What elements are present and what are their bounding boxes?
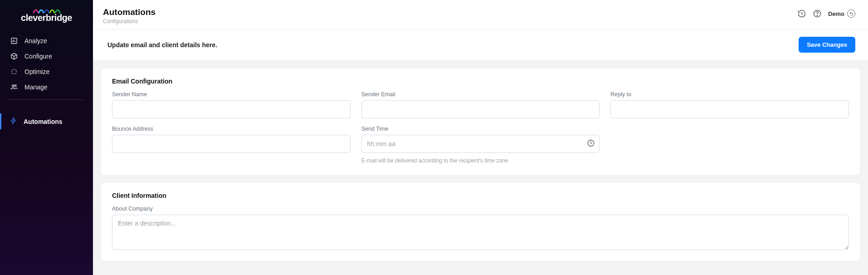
email-config-card: Email Configuration Sender Name Sender E… (101, 69, 860, 175)
undo-icon (847, 10, 855, 18)
sidebar-item-optimize[interactable]: Optimize (0, 64, 93, 79)
main-content: Automations Configurations Demo U (93, 0, 868, 275)
email-config-title: Email Configuration (112, 78, 849, 85)
sidebar-item-automations[interactable]: Automations (1, 113, 93, 129)
bolt-icon (10, 117, 17, 126)
demo-toggle[interactable]: Demo (828, 10, 855, 18)
history-icon[interactable] (797, 9, 806, 18)
users-icon (10, 83, 18, 91)
sender-name-input[interactable] (112, 100, 351, 118)
sidebar: cleverbridge Analyze Configure Optimize (0, 0, 93, 275)
svg-point-4 (817, 15, 817, 16)
sidebar-item-manage[interactable]: Manage (0, 79, 93, 95)
sidebar-nav: Analyze Configure Optimize Manage (0, 31, 93, 95)
sidebar-item-analyze[interactable]: Analyze (0, 33, 93, 49)
sidebar-item-label: Optimize (24, 68, 49, 75)
send-time-helper: E-mail will be delivered according to th… (361, 157, 600, 164)
svg-point-2 (15, 85, 16, 86)
sidebar-item-configure[interactable]: Configure (0, 49, 93, 64)
about-company-label: About Company (112, 206, 849, 212)
sender-name-label: Sender Name (112, 91, 351, 98)
client-info-card: Client Information About Company (101, 183, 860, 261)
page-header: Automations Configurations Demo (93, 0, 868, 29)
chart-icon (10, 37, 18, 45)
cube-icon (10, 52, 18, 60)
sidebar-item-label: Configure (24, 53, 52, 60)
send-time-input[interactable] (361, 135, 600, 153)
bounce-address-input[interactable] (112, 135, 351, 153)
bounce-address-label: Bounce Address (112, 126, 351, 132)
sidebar-item-label: Analyze (24, 37, 47, 44)
help-icon[interactable] (813, 9, 822, 18)
brand-logo: cleverbridge (0, 3, 93, 31)
reply-to-input[interactable] (610, 100, 849, 118)
svg-point-1 (12, 85, 15, 87)
reply-to-label: Reply to (610, 91, 849, 98)
client-info-title: Client Information (112, 192, 849, 199)
about-company-textarea[interactable] (112, 215, 849, 250)
sidebar-item-label: Manage (24, 83, 48, 91)
action-bar: Update email and client details here. Sa… (93, 29, 868, 60)
sidebar-divider (8, 99, 85, 100)
spark-icon (10, 68, 18, 76)
sidebar-item-automations-wrap: Automations (0, 113, 93, 129)
action-hint: Update email and client details here. (107, 41, 217, 49)
send-time-label: Send Time (361, 126, 600, 132)
demo-label: Demo (828, 10, 844, 17)
sender-email-label: Sender Email (361, 91, 600, 98)
page-title: Automations (103, 7, 156, 17)
page-subtitle: Configurations (103, 18, 156, 25)
sender-email-input[interactable] (361, 100, 600, 118)
sidebar-item-label: Automations (24, 118, 63, 125)
brand-name: cleverbridge (21, 13, 72, 23)
save-button[interactable]: Save Changes (799, 37, 855, 53)
